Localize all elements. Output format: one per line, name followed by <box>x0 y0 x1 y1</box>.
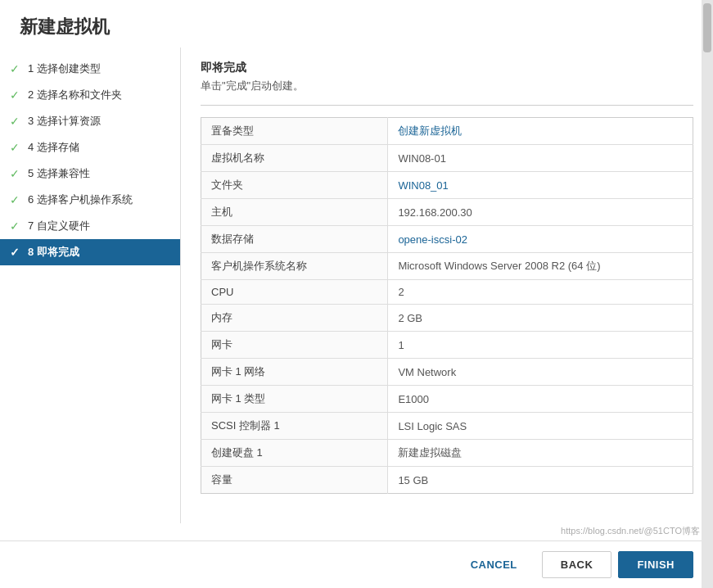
table-cell-value: 新建虚拟磁盘 <box>388 440 693 467</box>
table-cell-label: 主机 <box>201 199 388 226</box>
dialog-footer: CANCEL BACK FINISH <box>0 541 713 588</box>
table-cell-label: SCSI 控制器 1 <box>201 413 388 440</box>
table-cell-link[interactable]: 创建新虚拟机 <box>398 124 462 137</box>
check-icon: ✓ <box>10 141 23 154</box>
table-cell-value[interactable]: 创建新虚拟机 <box>388 118 693 145</box>
main-content: 即将完成 单击"完成"启动创建。 置备类型创建新虚拟机虚拟机名称WIN08-01… <box>180 47 713 523</box>
watermark: https://blog.csdn.net/@51CTO博客 <box>0 523 713 541</box>
sidebar-item-label: 4 选择存储 <box>28 140 79 155</box>
summary-table: 置备类型创建新虚拟机虚拟机名称WIN08-01文件夹WIN08_01主机192.… <box>201 117 693 494</box>
sidebar-item-step5[interactable]: ✓5 选择兼容性 <box>0 161 180 187</box>
check-icon: ✓ <box>10 115 23 128</box>
dialog-title: 新建虚拟机 <box>20 15 693 39</box>
back-button[interactable]: BACK <box>542 551 612 578</box>
table-cell-value: 192.168.200.30 <box>388 199 693 226</box>
divider <box>201 105 693 106</box>
section-title: 即将完成 <box>201 61 693 75</box>
sidebar-item-label: 7 自定义硬件 <box>28 219 90 233</box>
table-row: 内存2 GB <box>201 305 693 332</box>
sidebar-item-label: 5 选择兼容性 <box>28 166 90 181</box>
check-icon: ✓ <box>10 219 23 233</box>
table-cell-label: 文件夹 <box>201 172 388 199</box>
table-row: SCSI 控制器 1LSI Logic SAS <box>201 413 693 440</box>
table-cell-value: Microsoft Windows Server 2008 R2 (64 位) <box>388 253 693 280</box>
sidebar-item-step4[interactable]: ✓4 选择存储 <box>0 134 180 161</box>
dialog-header: 新建虚拟机 <box>0 0 713 47</box>
table-cell-label: 网卡 1 类型 <box>201 386 388 413</box>
table-row: 创建硬盘 1新建虚拟磁盘 <box>201 440 693 467</box>
sidebar-item-label: 8 即将完成 <box>28 245 79 260</box>
table-cell-label: 内存 <box>201 305 388 332</box>
section-subtitle: 单击"完成"启动创建。 <box>201 79 693 93</box>
sidebar-item-step7[interactable]: ✓7 自定义硬件 <box>0 213 180 239</box>
sidebar-item-step8[interactable]: ✓8 即将完成 <box>0 239 180 265</box>
sidebar-item-label: 2 选择名称和文件夹 <box>28 88 122 102</box>
table-cell-value: 15 GB <box>388 467 693 494</box>
table-row: 容量15 GB <box>201 467 693 494</box>
table-cell-label: CPU <box>201 280 388 305</box>
table-cell-label: 虚拟机名称 <box>201 145 388 172</box>
table-row: CPU2 <box>201 280 693 305</box>
check-icon: ✓ <box>10 62 23 75</box>
table-cell-label: 创建硬盘 1 <box>201 440 388 467</box>
check-icon: ✓ <box>10 193 23 206</box>
table-row: 置备类型创建新虚拟机 <box>201 118 693 145</box>
table-cell-label: 数据存储 <box>201 226 388 253</box>
table-cell-value[interactable]: WIN08_01 <box>388 172 693 199</box>
table-row: 数据存储opene-iscsi-02 <box>201 226 693 253</box>
table-cell-value: VM Network <box>388 359 693 386</box>
scrollbar[interactable] <box>702 47 713 523</box>
table-cell-label: 客户机操作系统名称 <box>201 253 388 280</box>
table-cell-value: 2 GB <box>388 305 693 332</box>
sidebar-item-step2[interactable]: ✓2 选择名称和文件夹 <box>0 82 180 108</box>
table-row: 网卡 1 网络VM Network <box>201 359 693 386</box>
table-cell-link[interactable]: WIN08_01 <box>398 179 448 192</box>
finish-button[interactable]: FINISH <box>618 551 693 578</box>
sidebar-item-label: 1 选择创建类型 <box>28 61 101 76</box>
sidebar-item-label: 6 选择客户机操作系统 <box>28 192 133 207</box>
sidebar-item-step6[interactable]: ✓6 选择客户机操作系统 <box>0 187 180 213</box>
scroll-thumb[interactable] <box>703 47 711 52</box>
table-row: 网卡 1 类型E1000 <box>201 386 693 413</box>
new-vm-dialog: 新建虚拟机 ✓1 选择创建类型✓2 选择名称和文件夹✓3 选择计算资源✓4 选择… <box>0 0 713 588</box>
table-row: 文件夹WIN08_01 <box>201 172 693 199</box>
check-icon: ✓ <box>10 246 23 259</box>
table-cell-value: E1000 <box>388 386 693 413</box>
table-cell-label: 容量 <box>201 467 388 494</box>
table-cell-value: 2 <box>388 280 693 305</box>
table-row: 网卡1 <box>201 332 693 359</box>
table-cell-value[interactable]: opene-iscsi-02 <box>388 226 693 253</box>
table-row: 虚拟机名称WIN08-01 <box>201 145 693 172</box>
sidebar-item-step3[interactable]: ✓3 选择计算资源 <box>0 108 180 134</box>
sidebar-item-label: 3 选择计算资源 <box>28 114 101 129</box>
table-cell-label: 置备类型 <box>201 118 388 145</box>
table-cell-label: 网卡 <box>201 332 388 359</box>
table-cell-value: WIN08-01 <box>388 145 693 172</box>
table-cell-value: 1 <box>388 332 693 359</box>
table-row: 客户机操作系统名称Microsoft Windows Server 2008 R… <box>201 253 693 280</box>
dialog-body: ✓1 选择创建类型✓2 选择名称和文件夹✓3 选择计算资源✓4 选择存储✓5 选… <box>0 47 713 523</box>
check-icon: ✓ <box>10 167 23 180</box>
sidebar: ✓1 选择创建类型✓2 选择名称和文件夹✓3 选择计算资源✓4 选择存储✓5 选… <box>0 47 180 523</box>
table-cell-label: 网卡 1 网络 <box>201 359 388 386</box>
table-row: 主机192.168.200.30 <box>201 199 693 226</box>
table-cell-link[interactable]: opene-iscsi-02 <box>398 233 467 246</box>
table-cell-value: LSI Logic SAS <box>388 413 693 440</box>
cancel-button[interactable]: CANCEL <box>453 552 535 577</box>
check-icon: ✓ <box>10 88 23 102</box>
sidebar-item-step1[interactable]: ✓1 选择创建类型 <box>0 56 180 82</box>
